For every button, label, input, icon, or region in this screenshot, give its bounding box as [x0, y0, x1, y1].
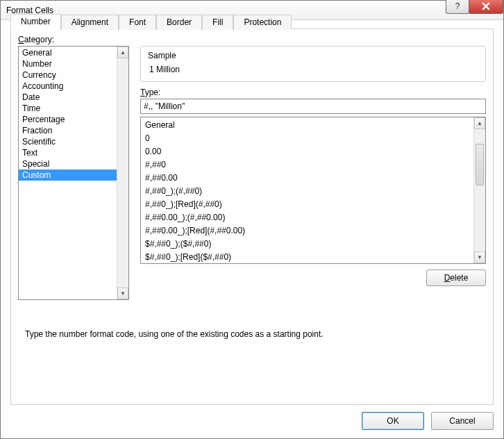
- tab-label: Protection: [244, 17, 281, 27]
- type-items: General 0 0.00 #,##0 #,##0.00 #,##0_);(#…: [141, 117, 485, 264]
- type-item[interactable]: $#,##0_);[Red]($#,##0): [141, 251, 485, 264]
- tab-alignment[interactable]: Alignment: [61, 15, 119, 30]
- type-item[interactable]: 0.00: [141, 145, 485, 158]
- category-item-scientific[interactable]: Scientific: [19, 136, 128, 147]
- tab-strip: Number Alignment Font Border Fill Protec…: [10, 14, 292, 30]
- tab-font[interactable]: Font: [119, 15, 156, 30]
- category-listbox[interactable]: General Number Currency Accounting Date …: [18, 46, 129, 300]
- type-item[interactable]: #,##0.00: [141, 172, 485, 185]
- category-item-text[interactable]: Text: [19, 147, 128, 158]
- right-column: Sample 1 Million Type: General 0 0.00 #,…: [140, 46, 486, 300]
- category-item-accounting[interactable]: Accounting: [19, 81, 128, 92]
- format-cells-dialog: Format Cells ? Number Alignment Font Bor…: [0, 0, 504, 439]
- dialog-footer: OK Cancel: [362, 412, 494, 430]
- scroll-thumb[interactable]: [476, 144, 484, 185]
- category-item-percentage[interactable]: Percentage: [19, 114, 128, 125]
- delete-row: Delete: [140, 270, 486, 286]
- delete-button[interactable]: Delete: [426, 270, 486, 286]
- type-scrollbar[interactable]: ▲ ▼: [473, 117, 485, 263]
- category-items: General Number Currency Accounting Date …: [19, 47, 128, 181]
- sample-legend: Sample: [148, 51, 478, 60]
- category-item-special[interactable]: Special: [19, 158, 128, 169]
- type-item[interactable]: $#,##0_);($#,##0): [141, 238, 485, 251]
- number-panel: Category: General Number Currency Accoun…: [18, 35, 486, 397]
- tab-label: Fill: [212, 17, 223, 27]
- panel-columns: General Number Currency Accounting Date …: [18, 46, 486, 300]
- sample-value: 1 Million: [148, 65, 478, 74]
- type-input[interactable]: [140, 99, 486, 114]
- ok-label: OK: [387, 416, 398, 426]
- sample-group: Sample 1 Million: [140, 46, 486, 82]
- chevron-up-icon: ▲: [120, 49, 126, 56]
- category-item-date[interactable]: Date: [19, 92, 128, 103]
- type-item[interactable]: #,##0.00_);(#,##0.00): [141, 211, 485, 224]
- close-icon: [482, 2, 490, 10]
- help-button[interactable]: ?: [446, 0, 469, 14]
- category-item-currency[interactable]: Currency: [19, 69, 128, 81]
- category-scrollbar[interactable]: ▲ ▼: [117, 47, 128, 299]
- category-item-general[interactable]: General: [19, 47, 128, 58]
- tab-label: Number: [21, 17, 51, 26]
- category-item-number[interactable]: Number: [19, 58, 128, 69]
- type-item[interactable]: 0: [141, 132, 485, 145]
- type-item[interactable]: #,##0_);(#,##0): [141, 185, 485, 198]
- tab-fill[interactable]: Fill: [202, 15, 233, 30]
- type-item[interactable]: #,##0: [141, 158, 485, 172]
- type-item[interactable]: #,##0.00_);[Red](#,##0.00): [141, 224, 485, 238]
- type-listbox[interactable]: General 0 0.00 #,##0 #,##0.00 #,##0_);(#…: [140, 117, 486, 264]
- help-icon: ?: [455, 1, 460, 11]
- category-item-custom[interactable]: Custom: [19, 169, 128, 181]
- tab-border[interactable]: Border: [156, 15, 202, 30]
- tab-label: Border: [167, 17, 192, 27]
- cancel-label: Cancel: [449, 416, 475, 426]
- type-item[interactable]: #,##0_);[Red](#,##0): [141, 198, 485, 211]
- chevron-down-icon: ▼: [477, 254, 482, 260]
- tab-label: Alignment: [72, 17, 108, 27]
- titlebar-buttons: ?: [446, 0, 503, 14]
- hint-text: Type the number format code, using one o…: [25, 329, 479, 339]
- close-button[interactable]: [469, 0, 503, 14]
- category-label: Category:: [18, 35, 486, 44]
- tab-label: Font: [129, 17, 146, 27]
- cancel-button[interactable]: Cancel: [431, 412, 494, 430]
- scroll-up-button[interactable]: ▲: [474, 117, 485, 129]
- dialog-client-area: Number Alignment Font Border Fill Protec…: [10, 28, 494, 405]
- scroll-down-button[interactable]: ▼: [474, 251, 485, 263]
- tab-protection[interactable]: Protection: [233, 15, 292, 30]
- scroll-down-button[interactable]: ▼: [117, 288, 128, 299]
- tab-number[interactable]: Number: [10, 14, 61, 30]
- chevron-down-icon: ▼: [120, 290, 126, 297]
- scroll-up-button[interactable]: ▲: [117, 47, 128, 58]
- type-item[interactable]: General: [141, 119, 485, 132]
- category-item-fraction[interactable]: Fraction: [19, 125, 128, 136]
- type-label: Type:: [140, 88, 486, 97]
- chevron-up-icon: ▲: [477, 120, 482, 126]
- ok-button[interactable]: OK: [362, 412, 424, 430]
- category-item-time[interactable]: Time: [19, 103, 128, 114]
